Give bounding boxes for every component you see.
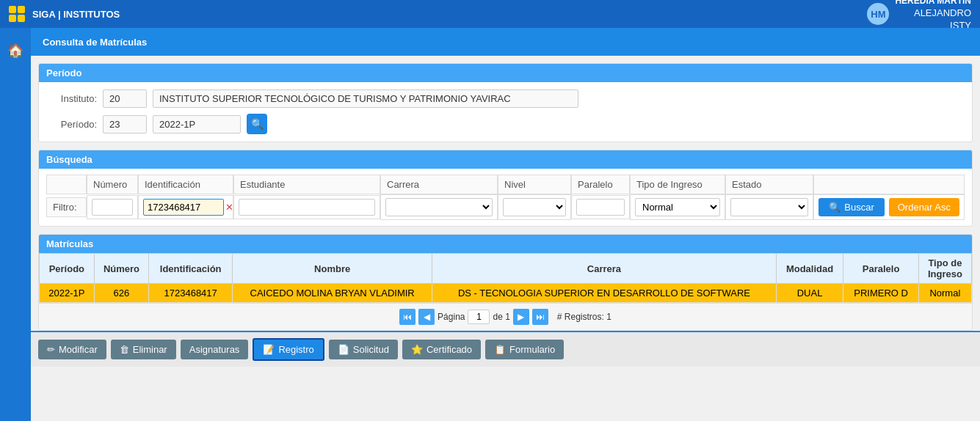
pag-prev-button[interactable]: ◀ — [418, 309, 435, 325]
filter-identificacion-input[interactable] — [143, 199, 224, 216]
instituto-row: Instituto: 20 INSTITUTO SUPERIOR TECNOLÓ… — [49, 89, 962, 108]
user-subtitle: ALEJANDRO — [895, 7, 971, 20]
mat-col-identificacion: Identificación — [149, 254, 233, 284]
filter-col-identificacion: Identificación — [138, 175, 233, 194]
mat-col-periodo: Período — [40, 254, 95, 284]
periodo-row: Período: 23 2022-1P 🔍 — [49, 114, 962, 134]
app-title-area: SIGA | INSTITUTOS — [9, 6, 120, 22]
filter-col-paralelo: Paralelo — [571, 175, 630, 194]
action-bar: ✏ Modificar 🗑 Eliminar Asignaturas 📝 Reg… — [31, 331, 980, 367]
app-logo — [9, 6, 25, 22]
periodo-code: 23 — [103, 115, 147, 133]
filter-numero-cell — [87, 195, 138, 219]
pag-last-button[interactable]: ⏭ — [532, 309, 548, 325]
buscar-button[interactable]: 🔍 Buscar — [819, 198, 884, 216]
filter-nivel-select[interactable] — [503, 198, 566, 216]
identificacion-clear-button[interactable]: ✕ — [225, 202, 233, 213]
filter-action-cell: 🔍 Buscar Ordenar Asc — [813, 194, 965, 220]
filtro-label: Filtro: — [46, 197, 87, 217]
instituto-label: Instituto: — [49, 93, 97, 104]
asignaturas-button[interactable]: Asignaturas — [181, 340, 249, 359]
registro-button[interactable]: 📝 Registro — [253, 338, 324, 361]
filter-col-estudiante: Estudiante — [233, 175, 380, 194]
pencil-icon: ✏ — [47, 344, 55, 355]
mat-col-nombre: Nombre — [233, 254, 432, 284]
periodo-section: Período Instituto: 20 INSTITUTO SUPERIOR… — [38, 63, 973, 142]
mat-col-modalidad: Modalidad — [776, 254, 843, 284]
mat-col-tipo-ingreso: Tipo deIngreso — [918, 254, 971, 284]
filter-col-numero: Número — [87, 175, 138, 194]
instituto-name: INSTITUTO SUPERIOR TECNOLÓGICO DE TURISM… — [153, 89, 578, 108]
eliminar-button[interactable]: 🗑 Eliminar — [111, 340, 176, 359]
filter-tipoing-cell: Normal -- Todos -- — [630, 194, 725, 220]
matriculas-section: Matrículas Período Número Identificación… — [38, 234, 973, 331]
pag-page-label: Página — [438, 312, 465, 322]
pag-first-button[interactable]: ⏮ — [399, 309, 415, 325]
page-title: Consulta de Matrículas — [31, 28, 980, 56]
filter-estado-select[interactable] — [730, 198, 808, 216]
table-cell: 1723468417 — [149, 284, 233, 303]
pag-registros-label: # Registros: 1 — [557, 312, 611, 322]
filter-estudiante-input[interactable] — [239, 199, 375, 216]
sidebar: 🏠 — [0, 28, 31, 421]
sort-button[interactable]: Ordenar Asc — [889, 198, 959, 216]
table-row[interactable]: 2022-1P6261723468417CAICEDO MOLINA BRYAN… — [40, 284, 972, 303]
filter-paralelo-cell — [571, 195, 630, 219]
filter-input-row: Filtro: ✕ — [46, 194, 965, 220]
table-cell: CAICEDO MOLINA BRYAN VLADIMIR — [233, 284, 432, 303]
instituto-code: 20 — [103, 89, 147, 108]
trash-icon: 🗑 — [120, 344, 129, 355]
pagination-bar: ⏮ ◀ Página de 1 ▶ ⏭ # Registros: 1 — [39, 303, 972, 330]
matriculas-table-wrapper: Período Número Identificación Nombre Car… — [39, 253, 972, 330]
busqueda-section: Búsqueda Número Identificación Estudiant… — [38, 150, 973, 227]
periodo-search-button[interactable]: 🔍 — [247, 114, 267, 134]
certificado-button[interactable]: ⭐ Certificado — [402, 340, 481, 359]
mat-col-carrera: Carrera — [432, 254, 776, 284]
filter-col-carrera: Carrera — [380, 175, 498, 194]
identificacion-wrapper: ✕ — [143, 199, 233, 216]
filter-col-actions — [813, 175, 965, 194]
filter-carrera-cell — [380, 194, 498, 220]
filter-identificacion-cell: ✕ — [138, 195, 233, 219]
search-icon: 🔍 — [829, 202, 841, 213]
busqueda-section-header: Búsqueda — [39, 150, 972, 169]
mat-col-paralelo: Paralelo — [843, 254, 918, 284]
pag-page-input[interactable] — [468, 310, 490, 324]
table-cell: Normal — [918, 284, 971, 303]
filter-estado-cell — [725, 194, 813, 220]
periodo-section-body: Instituto: 20 INSTITUTO SUPERIOR TECNOLÓ… — [39, 82, 972, 142]
edit-icon: 📝 — [263, 344, 275, 355]
pag-of-label: de 1 — [493, 312, 509, 322]
solicitud-button[interactable]: 📄 Solicitud — [329, 340, 398, 359]
filter-col-tipoing: Tipo de Ingreso — [630, 175, 725, 194]
busqueda-section-body: Número Identificación Estudiante Carrera… — [39, 169, 972, 226]
filter-estudiante-cell — [233, 195, 380, 219]
mat-table-body: 2022-1P6261723468417CAICEDO MOLINA BRYAN… — [40, 284, 972, 303]
filter-header-row: Número Identificación Estudiante Carrera… — [46, 175, 965, 194]
table-cell: 626 — [94, 284, 149, 303]
mat-col-numero: Número — [94, 254, 149, 284]
home-icon[interactable]: 🏠 — [1, 37, 29, 65]
periodo-value: 2022-1P — [153, 115, 241, 133]
table-cell: DUAL — [776, 284, 843, 303]
pag-next-button[interactable]: ▶ — [513, 309, 529, 325]
filter-paralelo-input[interactable] — [576, 199, 625, 216]
user-name: HEREDIA MARTIN — [895, 0, 971, 7]
filter-header-empty — [46, 175, 87, 194]
mat-table-header-row: Período Número Identificación Nombre Car… — [40, 254, 972, 284]
formulario-button[interactable]: 📋 Formulario — [485, 340, 564, 359]
app-title: SIGA | INSTITUTOS — [32, 9, 120, 20]
matriculas-table: Período Número Identificación Nombre Car… — [39, 253, 972, 303]
form-icon: 📋 — [494, 344, 506, 355]
cert-icon: ⭐ — [411, 344, 423, 355]
filter-numero-input[interactable] — [92, 199, 133, 216]
filter-col-estado: Estado — [725, 175, 813, 194]
filter-tipoing-select[interactable]: Normal -- Todos -- — [635, 198, 720, 216]
filter-carrera-select[interactable] — [385, 198, 493, 216]
avatar: HM — [867, 3, 889, 25]
layout: 🏠 Consulta de Matrículas Período Institu… — [0, 28, 980, 421]
periodo-label: Período: — [49, 119, 97, 130]
filter-col-nivel: Nivel — [498, 175, 571, 194]
filter-nivel-cell — [498, 194, 571, 220]
modificar-button[interactable]: ✏ Modificar — [38, 340, 106, 359]
